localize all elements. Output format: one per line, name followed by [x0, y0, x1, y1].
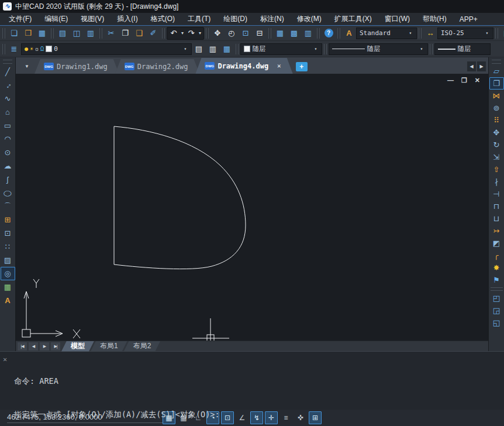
block-editor-button[interactable]: ⚑: [489, 274, 504, 286]
cut-button[interactable]: ✂: [104, 27, 118, 40]
make-block-button[interactable]: ⊡: [1, 226, 15, 240]
move-button[interactable]: ✥: [489, 126, 504, 139]
extend-button[interactable]: ⊣: [489, 188, 504, 200]
sheet-set-button[interactable]: ▩: [287, 27, 301, 40]
tool-palette-button[interactable]: ▥: [301, 27, 315, 40]
layout-next-button[interactable]: ▶: [40, 342, 49, 351]
close-icon[interactable]: ✕: [475, 77, 480, 84]
array-button[interactable]: ⠿: [489, 114, 504, 126]
paste-button[interactable]: ❑: [132, 27, 146, 40]
linetype-select[interactable]: 随层 ▾: [329, 43, 428, 55]
layer-on-icon[interactable]: ●: [25, 46, 28, 52]
zoom-previous-button[interactable]: ⊟: [253, 27, 267, 40]
draw-order-back-button[interactable]: ◲: [489, 304, 504, 317]
mtext-button[interactable]: A: [1, 294, 15, 307]
table-style-button[interactable]: ▦: [500, 27, 504, 40]
color-select[interactable]: 随层 ▾: [240, 43, 322, 55]
copy-object-button[interactable]: ❐: [489, 77, 504, 90]
restore-icon[interactable]: ❐: [461, 77, 467, 84]
print-button[interactable]: ▤: [56, 27, 70, 40]
offset-button[interactable]: ⊚: [489, 102, 504, 114]
menu-window[interactable]: 窗口(W): [378, 13, 416, 25]
menu-app-plus[interactable]: APP+: [453, 13, 484, 25]
layer-previous-button[interactable]: ▤: [192, 43, 206, 56]
menu-insert[interactable]: 插入(I): [111, 13, 144, 25]
erase-button[interactable]: ▱: [489, 65, 504, 77]
explode-button[interactable]: ✸: [489, 262, 504, 274]
tab-drawing2[interactable]: DWG Drawing2.dwg: [115, 59, 200, 74]
menu-modify[interactable]: 修改(M): [291, 13, 328, 25]
layer-isolate-button[interactable]: ▦: [220, 43, 234, 56]
insert-block-button[interactable]: ⊞: [1, 213, 15, 226]
draw-order-above-button[interactable]: ◱: [489, 317, 504, 329]
layer-states-button[interactable]: ▥: [206, 43, 220, 56]
properties-palette-button[interactable]: ▦: [273, 27, 287, 40]
tab-scroll-right-button[interactable]: ▶: [477, 61, 486, 71]
chamfer-button[interactable]: ◩: [489, 237, 504, 249]
dim-style-select[interactable]: ISO-25 ▾: [437, 28, 493, 39]
drawing-canvas[interactable]: — ❐ ✕: [16, 74, 488, 341]
point-button[interactable]: ∷: [1, 240, 15, 253]
menu-view[interactable]: 视图(V): [74, 13, 111, 25]
menu-dimension[interactable]: 标注(N): [254, 13, 291, 25]
region-button[interactable]: ◎: [1, 267, 15, 280]
layout-last-button[interactable]: ▶|: [51, 342, 60, 351]
menu-tools[interactable]: 工具(T): [181, 13, 217, 25]
hatch-button[interactable]: ▨: [1, 253, 15, 267]
stretch-button[interactable]: ⇧: [489, 163, 504, 176]
menu-express-tools[interactable]: 扩展工具(X): [328, 13, 378, 25]
polyline-button[interactable]: ∿: [1, 92, 15, 105]
tab-drawing1[interactable]: DWG Drawing1.dwg: [34, 59, 119, 74]
tab-scroll-left-button[interactable]: ◀: [467, 61, 476, 71]
tab-layout2[interactable]: 布局2: [124, 341, 161, 352]
lineweight-select[interactable]: 随层: [434, 43, 491, 55]
circle-button[interactable]: ⊙: [1, 146, 15, 159]
construction-line-button[interactable]: ↔: [1, 78, 15, 92]
spline-button[interactable]: ʃ: [1, 173, 15, 186]
save-button[interactable]: ▦: [35, 27, 49, 40]
menu-edit[interactable]: 编辑(E): [38, 13, 74, 25]
new-file-button[interactable]: ❏: [7, 27, 21, 40]
new-tab-button[interactable]: +: [296, 62, 308, 71]
menu-format[interactable]: 格式(O): [144, 13, 181, 25]
text-style-button[interactable]: A: [342, 27, 356, 40]
zoom-realtime-button[interactable]: ◴: [225, 27, 239, 40]
undo-button[interactable]: ↶: [168, 27, 179, 40]
tab-layout1[interactable]: 布局1: [91, 341, 127, 352]
menu-file[interactable]: 文件(F): [2, 13, 38, 25]
print-preview-button[interactable]: ◫: [70, 27, 84, 40]
layout-prev-button[interactable]: ◀: [29, 342, 38, 351]
arc-button[interactable]: ◠: [1, 132, 15, 146]
layer-manager-button[interactable]: ≣: [7, 43, 21, 56]
command-close-icon[interactable]: ✕: [3, 355, 7, 363]
draw-order-front-button[interactable]: ◰: [489, 292, 504, 304]
tab-drawing4[interactable]: DWG Drawing4.dwg ✕: [195, 58, 292, 74]
polygon-button[interactable]: ⌂: [1, 105, 15, 119]
redo-dropdown[interactable]: ▾: [197, 30, 203, 36]
join-button[interactable]: ↣: [489, 225, 504, 237]
ellipse-button[interactable]: ◯: [1, 186, 15, 200]
scale-button[interactable]: ⇲: [489, 151, 504, 163]
pan-button[interactable]: ✥: [210, 27, 225, 40]
minimize-icon[interactable]: —: [447, 77, 454, 84]
undo-dropdown[interactable]: ▾: [179, 30, 185, 36]
revision-cloud-button[interactable]: ☁: [1, 159, 15, 173]
tab-list-dropdown[interactable]: ▼: [20, 60, 33, 73]
tab-close-icon[interactable]: ✕: [277, 62, 281, 70]
tab-model[interactable]: 模型: [61, 341, 94, 352]
break-at-point-button[interactable]: ⊓: [489, 200, 504, 212]
copy-button[interactable]: ❐: [118, 27, 132, 40]
ellipse-arc-button[interactable]: ⌒: [1, 200, 15, 213]
menu-help[interactable]: 帮助(H): [416, 13, 453, 25]
layer-unlock-icon[interactable]: Ω: [40, 46, 44, 52]
line-button[interactable]: ╱: [1, 65, 15, 78]
publish-button[interactable]: ▥: [84, 27, 98, 40]
help-button[interactable]: ?: [322, 27, 336, 40]
fillet-button[interactable]: ╭: [489, 249, 504, 262]
redo-button[interactable]: ↷: [185, 27, 197, 40]
layer-freeze-icon[interactable]: ☀: [30, 46, 33, 52]
open-button[interactable]: ❒: [21, 27, 35, 40]
menu-draw[interactable]: 绘图(D): [217, 13, 254, 25]
rotate-button[interactable]: ↻: [489, 139, 504, 151]
mirror-button[interactable]: ⋈: [489, 90, 504, 102]
